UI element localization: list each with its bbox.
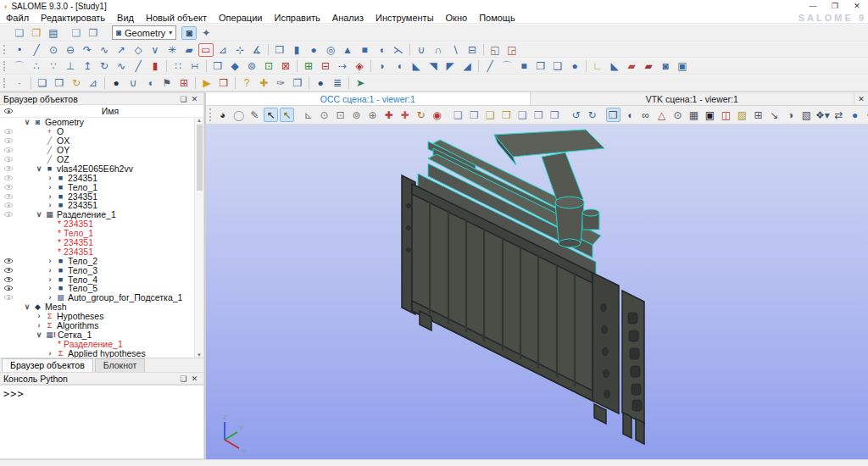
- expander-open-icon[interactable]: ∨: [22, 118, 32, 126]
- create-corner-button[interactable]: ⋋: [391, 43, 406, 57]
- filter-button[interactable]: ✑: [273, 76, 288, 90]
- create-contour-button[interactable]: ◇: [131, 43, 146, 57]
- tab-occ-viewer[interactable]: OCC сцена:1 - viewer:1: [206, 92, 531, 105]
- new-document-button[interactable]: ❏: [12, 26, 27, 40]
- select-style-button[interactable]: ✎: [248, 108, 262, 122]
- pipe-button[interactable]: ∿: [114, 59, 129, 73]
- menu-окно[interactable]: Окно: [440, 13, 474, 24]
- rotate-shape-button[interactable]: ↻: [69, 76, 84, 90]
- close-panel-icon[interactable]: ✕: [189, 95, 200, 103]
- anaglyph-button[interactable]: ∞: [638, 108, 653, 122]
- tree-item[interactable]: ›■Тело_4: [0, 275, 194, 284]
- undo-view-button[interactable]: ↺: [569, 108, 583, 122]
- visibility-eye-icon[interactable]: [4, 268, 13, 273]
- visibility-eye-icon[interactable]: [4, 258, 13, 264]
- pan-button[interactable]: ✚: [381, 108, 396, 122]
- rect-select-button[interactable]: ↖: [264, 108, 278, 122]
- dark-sphere-button[interactable]: ●: [108, 76, 124, 90]
- menu-новый-объект[interactable]: Новый объект: [140, 13, 213, 24]
- scroll-up-icon[interactable]: ▲: [197, 118, 202, 123]
- boolean-section-button[interactable]: ⊟: [465, 43, 480, 57]
- create-vector-button[interactable]: ↗: [114, 43, 129, 57]
- toolbar-drag-handle[interactable]: [3, 78, 8, 89]
- tree-scrollbar[interactable]: ▲ ▼: [194, 118, 203, 358]
- points-cloud-button[interactable]: ∴: [29, 59, 44, 73]
- dynamic-zoom-button[interactable]: ⊙: [670, 108, 685, 122]
- remove-webs-button[interactable]: ⌒: [499, 59, 515, 73]
- mesh-module-button[interactable]: ✦: [198, 26, 214, 40]
- module-selector-combo[interactable]: ◙ Geometry ▾: [112, 25, 176, 40]
- restore-button[interactable]: ❐: [824, 0, 846, 13]
- expander-open-icon[interactable]: ∨: [34, 330, 44, 339]
- tree-item[interactable]: ∨◆Mesh: [0, 302, 194, 312]
- poly-select-button[interactable]: ↖: [280, 108, 294, 122]
- create-ellipse-button[interactable]: ⊖: [63, 43, 78, 57]
- menu-исправить[interactable]: Исправить: [268, 13, 326, 24]
- zoom-button[interactable]: ⊕: [365, 108, 380, 122]
- tree-column-header[interactable]: Имя: [0, 105, 203, 118]
- tree-item[interactable]: ╱OY: [0, 146, 194, 155]
- tree-item[interactable]: * Разделение_1: [0, 339, 194, 348]
- remove-holes-button[interactable]: ■: [516, 59, 531, 73]
- visibility-eye-icon[interactable]: [4, 157, 13, 162]
- tree-item[interactable]: ∨■vlas42E065E6h2vv: [0, 164, 194, 173]
- expander-closed-icon[interactable]: ›: [45, 174, 55, 182]
- mouse-style-button[interactable]: ◯: [231, 108, 246, 122]
- expander-open-icon[interactable]: ∨: [34, 164, 44, 173]
- limit-tolerance-button[interactable]: ◥: [426, 59, 441, 73]
- clone-view-button[interactable]: ◖: [622, 108, 637, 122]
- open-document-button[interactable]: ❐: [29, 26, 44, 40]
- quadrangle-face-button[interactable]: ⊡: [261, 59, 276, 73]
- scale-arrow-button[interactable]: ➤: [353, 76, 368, 90]
- visibility-eye-icon[interactable]: [4, 175, 13, 180]
- stereo-button[interactable]: △: [654, 108, 669, 122]
- create-polyline-button[interactable]: ∨: [147, 43, 163, 57]
- create-box-button[interactable]: ❒: [272, 43, 287, 57]
- fit-area-button[interactable]: ⊡: [333, 108, 348, 122]
- mirror-view-button[interactable]: ◫: [719, 108, 733, 122]
- tree-item[interactable]: ›■Тело_5: [0, 284, 194, 293]
- menu-анализ[interactable]: Анализ: [326, 13, 370, 24]
- expander-closed-icon[interactable]: ›: [45, 284, 55, 292]
- menu-вид[interactable]: Вид: [111, 13, 140, 24]
- section-plane-button[interactable]: ⊿: [86, 76, 101, 90]
- visibility-eye-icon[interactable]: [4, 185, 13, 190]
- menu-помощь[interactable]: Помощь: [473, 13, 521, 24]
- quadratic-table-button[interactable]: ⊞: [176, 76, 192, 90]
- solid2-button[interactable]: ❒: [52, 76, 67, 90]
- vertex-button[interactable]: ·: [12, 76, 27, 90]
- expander-closed-icon[interactable]: ›: [45, 201, 55, 209]
- create-rectangle-button[interactable]: ▭: [198, 43, 214, 57]
- save-document-button[interactable]: ▤: [46, 26, 61, 40]
- visibility-eye-icon[interactable]: [4, 277, 13, 282]
- visibility-eye-icon[interactable]: [4, 286, 13, 291]
- visibility-eye-icon[interactable]: [4, 212, 13, 217]
- sync-views-button[interactable]: ⇄: [832, 108, 846, 122]
- tree-item[interactable]: ›■234351: [0, 191, 194, 201]
- toolbar-drag-handle[interactable]: [3, 45, 8, 55]
- visibility-eye-icon[interactable]: [4, 295, 13, 300]
- ambient-button[interactable]: ◑: [783, 108, 798, 122]
- expander-closed-icon[interactable]: ›: [45, 275, 55, 284]
- tree-item[interactable]: ∨▦!Сетка_1: [0, 330, 194, 339]
- iso-view-button[interactable]: ❒: [548, 108, 562, 122]
- create-plane-button[interactable]: ⊿: [215, 43, 231, 57]
- float-panel-icon[interactable]: ❏: [178, 374, 189, 383]
- top-view-button[interactable]: ❑: [483, 108, 498, 122]
- mesh-cube-button[interactable]: ❒: [216, 76, 231, 90]
- scrollbar-thumb[interactable]: [197, 125, 203, 191]
- boolean-common-button[interactable]: ∩: [431, 43, 446, 57]
- compute-button[interactable]: ▶: [199, 76, 214, 90]
- sewing-button[interactable]: ◗: [375, 59, 390, 73]
- local-cs-button[interactable]: ∟: [590, 59, 605, 73]
- expander-closed-icon[interactable]: ›: [45, 293, 55, 302]
- python-console-input[interactable]: >>>: [0, 385, 204, 459]
- scroll-down-icon[interactable]: ▼: [197, 352, 202, 358]
- bottom-view-button[interactable]: ❒: [499, 108, 514, 122]
- mesh-fold-button[interactable]: ◖: [142, 76, 158, 90]
- expander-closed-icon[interactable]: ›: [45, 183, 55, 191]
- create-curve-button[interactable]: ∿: [97, 43, 112, 57]
- front-view-button[interactable]: ❑: [451, 108, 465, 122]
- fit-all-button[interactable]: ⊙: [317, 108, 331, 122]
- mirror-button[interactable]: ⊥: [63, 59, 78, 73]
